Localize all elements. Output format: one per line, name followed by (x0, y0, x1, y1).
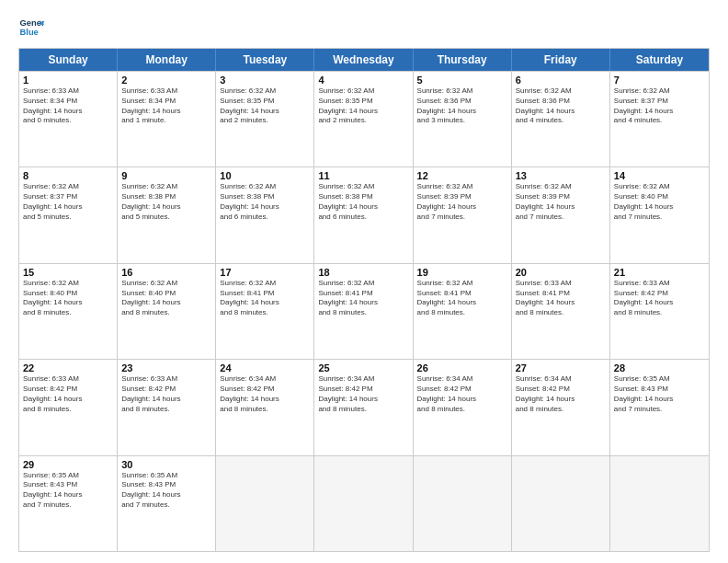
cal-cell: 6Sunrise: 6:32 AMSunset: 8:36 PMDaylight… (512, 72, 610, 167)
cell-line: Sunrise: 6:32 AM (417, 182, 507, 192)
day-number: 15 (23, 267, 113, 278)
cell-line: Sunset: 8:41 PM (417, 289, 507, 299)
cell-line: and 4 minutes. (614, 116, 705, 126)
cell-line: and 8 minutes. (23, 405, 113, 415)
cell-line: Sunrise: 6:32 AM (516, 182, 606, 192)
day-number: 3 (220, 75, 310, 86)
cell-line: Sunset: 8:34 PM (121, 97, 211, 107)
cal-cell: 15Sunrise: 6:32 AMSunset: 8:40 PMDayligh… (19, 264, 118, 359)
cell-line: Sunset: 8:34 PM (23, 97, 113, 107)
cell-line: Daylight: 14 hours (417, 107, 507, 117)
cell-line: and 3 minutes. (417, 116, 507, 126)
cell-line: Sunrise: 6:34 AM (417, 374, 507, 385)
cell-line: Sunset: 8:40 PM (614, 192, 705, 202)
cell-line: Daylight: 14 hours (318, 202, 408, 213)
cal-cell: 21Sunrise: 6:33 AMSunset: 8:42 PMDayligh… (610, 264, 709, 359)
day-number: 28 (614, 362, 705, 373)
cell-line: and 5 minutes. (121, 213, 211, 223)
cell-line: Sunset: 8:35 PM (220, 97, 310, 107)
calendar-row: 1Sunrise: 6:33 AMSunset: 8:34 PMDaylight… (19, 71, 709, 167)
cell-line: Sunrise: 6:32 AM (318, 86, 408, 97)
cell-line: Sunset: 8:43 PM (614, 385, 705, 395)
cell-line: Sunset: 8:37 PM (614, 97, 705, 107)
calendar-header: Sunday Monday Tuesday Wednesday Thursday… (19, 49, 709, 71)
header-friday: Friday (512, 49, 610, 71)
cell-line: Sunrise: 6:33 AM (614, 279, 705, 289)
cell-line: Sunset: 8:39 PM (516, 192, 606, 202)
cell-line: Daylight: 14 hours (23, 107, 113, 117)
cal-cell: 12Sunrise: 6:32 AMSunset: 8:39 PMDayligh… (414, 167, 512, 262)
cal-cell: 1Sunrise: 6:33 AMSunset: 8:34 PMDaylight… (19, 72, 118, 167)
cal-cell: 7Sunrise: 6:32 AMSunset: 8:37 PMDaylight… (610, 72, 709, 167)
cell-line: Daylight: 14 hours (121, 298, 211, 308)
cal-cell: 28Sunrise: 6:35 AMSunset: 8:43 PMDayligh… (610, 360, 709, 454)
cal-cell: 8Sunrise: 6:32 AMSunset: 8:37 PMDaylight… (19, 167, 118, 262)
cell-line: Sunrise: 6:34 AM (220, 374, 310, 385)
day-number: 25 (318, 362, 408, 373)
cell-line: Sunset: 8:42 PM (220, 385, 310, 395)
cell-line: Sunrise: 6:35 AM (121, 471, 211, 481)
cal-cell (610, 456, 709, 551)
cell-line: Daylight: 14 hours (220, 107, 310, 117)
cal-cell: 4Sunrise: 6:32 AMSunset: 8:35 PMDaylight… (314, 72, 413, 167)
cell-line: Sunrise: 6:33 AM (516, 279, 606, 289)
cell-line: Sunset: 8:38 PM (220, 192, 310, 202)
cell-line: Sunset: 8:43 PM (23, 480, 113, 490)
cell-line: and 8 minutes. (121, 308, 211, 318)
header-thursday: Thursday (414, 49, 512, 71)
cal-cell: 27Sunrise: 6:34 AMSunset: 8:42 PMDayligh… (512, 360, 610, 454)
cell-line: and 6 minutes. (318, 213, 408, 223)
cell-line: Sunset: 8:42 PM (516, 385, 606, 395)
cell-line: Sunset: 8:41 PM (516, 289, 606, 299)
day-number: 26 (417, 362, 507, 373)
cal-cell (314, 456, 413, 551)
cal-cell: 10Sunrise: 6:32 AMSunset: 8:38 PMDayligh… (216, 167, 314, 262)
cell-line: Daylight: 14 hours (516, 202, 606, 213)
cell-line: and 8 minutes. (121, 405, 211, 415)
cell-line: Sunset: 8:41 PM (220, 289, 310, 299)
cell-line: Sunset: 8:35 PM (318, 97, 408, 107)
cell-line: and 6 minutes. (220, 213, 310, 223)
cell-line: Daylight: 14 hours (417, 202, 507, 213)
calendar-row: 29Sunrise: 6:35 AMSunset: 8:43 PMDayligh… (19, 455, 709, 551)
day-number: 5 (417, 75, 507, 86)
cell-line: Sunrise: 6:32 AM (121, 279, 211, 289)
cell-line: Daylight: 14 hours (318, 395, 408, 405)
cell-line: and 2 minutes. (220, 116, 310, 126)
cal-cell (414, 456, 512, 551)
calendar-body: 1Sunrise: 6:33 AMSunset: 8:34 PMDaylight… (19, 71, 709, 551)
cell-line: Daylight: 14 hours (516, 395, 606, 405)
cal-cell: 5Sunrise: 6:32 AMSunset: 8:36 PMDaylight… (414, 72, 512, 167)
cell-line: Sunrise: 6:32 AM (318, 182, 408, 192)
cell-line: Sunset: 8:41 PM (318, 289, 408, 299)
logo: General Blue (18, 15, 44, 40)
cell-line: Daylight: 14 hours (516, 298, 606, 308)
day-number: 14 (614, 170, 705, 181)
day-number: 30 (121, 459, 211, 470)
cal-cell: 3Sunrise: 6:32 AMSunset: 8:35 PMDaylight… (216, 72, 314, 167)
cell-line: Sunset: 8:42 PM (121, 385, 211, 395)
day-number: 8 (23, 170, 113, 181)
day-number: 6 (516, 75, 606, 86)
cell-line: Sunset: 8:36 PM (417, 97, 507, 107)
day-number: 29 (23, 459, 113, 470)
cell-line: Sunrise: 6:33 AM (121, 86, 211, 97)
cell-line: Sunset: 8:38 PM (121, 192, 211, 202)
cell-line: Sunset: 8:38 PM (318, 192, 408, 202)
cell-line: and 0 minutes. (23, 116, 113, 126)
day-number: 16 (121, 267, 211, 278)
cell-line: and 5 minutes. (23, 213, 113, 223)
day-number: 23 (121, 362, 211, 373)
cell-line: and 8 minutes. (516, 308, 606, 318)
calendar: Sunday Monday Tuesday Wednesday Thursday… (18, 48, 710, 552)
cal-cell: 9Sunrise: 6:32 AMSunset: 8:38 PMDaylight… (118, 167, 216, 262)
cell-line: Daylight: 14 hours (417, 298, 507, 308)
cell-line: and 7 minutes. (516, 213, 606, 223)
cal-cell: 30Sunrise: 6:35 AMSunset: 8:43 PMDayligh… (118, 456, 216, 551)
cell-line: and 1 minute. (121, 116, 211, 126)
header-wednesday: Wednesday (314, 49, 413, 71)
cell-line: Sunrise: 6:32 AM (23, 279, 113, 289)
cell-line: Sunset: 8:36 PM (516, 97, 606, 107)
cell-line: Sunrise: 6:32 AM (417, 86, 507, 97)
day-number: 22 (23, 362, 113, 373)
